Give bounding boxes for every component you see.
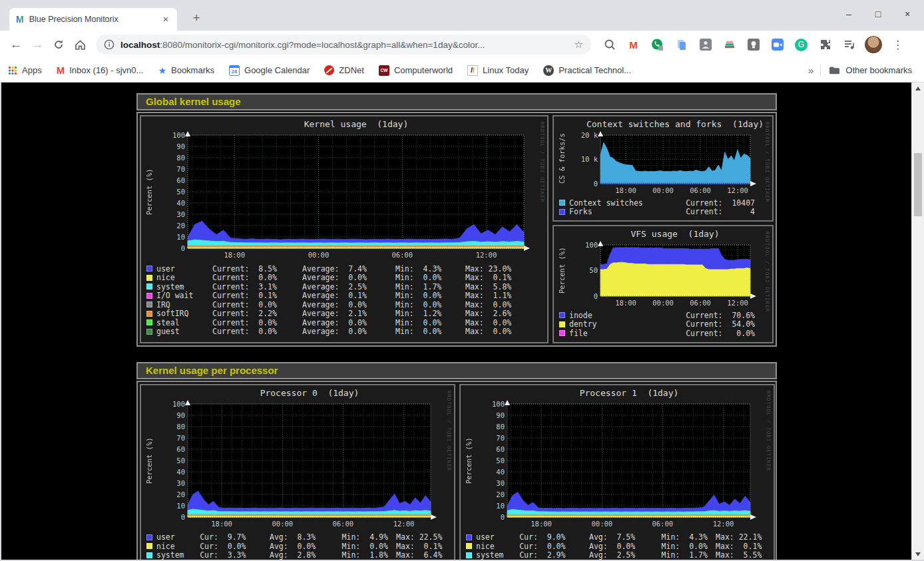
context-switches-graph[interactable]: Context switches and forks (1day) CS & f… [553,115,774,222]
svg-text:90: 90 [176,411,185,419]
kernel-usage-graph[interactable]: Kernel usage (1day) Percent (%) RRDTOOL … [140,115,549,343]
legend-stat: Min: 4.9% [342,532,396,542]
bookmark-zdnet[interactable]: ZDNet [324,65,364,75]
legend-stat: Current: 0.0% [212,327,302,336]
bookmark-apps[interactable]: Apps [8,65,42,75]
svg-text:10: 10 [176,233,185,241]
svg-text:70: 70 [176,165,185,173]
graph-title: VFS usage (1day) [554,229,772,240]
svg-text:60: 60 [176,445,185,453]
legend-row: ForksCurrent: 4 [559,208,755,217]
copy-pages-extension-icon[interactable] [672,36,690,54]
legend-stat: Average: 2.1% [302,309,395,318]
legend-stat: Current: 2.2% [212,309,302,318]
tab-close-icon[interactable]: × [160,13,172,25]
books-extension-icon[interactable] [720,36,738,54]
grammarly-extension-icon[interactable]: G [792,36,810,54]
svg-text:18:00: 18:00 [615,186,636,194]
video-camera-extension-icon[interactable] [768,36,786,54]
legend-label: nice [156,273,212,282]
home-button[interactable] [69,34,91,55]
svg-text:40: 40 [496,467,505,475]
svg-text:90: 90 [176,142,185,150]
legend-stat: Current: 0.0% [686,329,755,338]
tab-title: Blue Precision Monitorix [29,15,160,24]
legend-swatch-icon [559,312,565,318]
bookmark-star-icon[interactable]: ☆ [575,39,583,51]
maximize-button[interactable]: □ [868,5,888,23]
svg-text:10 k: 10 k [581,155,598,163]
browser-menu-icon[interactable]: ⋮ [888,38,907,52]
legend-stat: Min: 1.7% [395,282,465,291]
new-tab-button[interactable]: + [188,9,205,27]
voice-extension-icon[interactable] [648,36,666,54]
graph-legend: userCurrent: 8.5%Average: 7.4%Min: 4.3%M… [141,264,547,336]
legend-stat: Current: 0.0% [212,300,302,309]
bookmarks-overflow-chevron[interactable]: » [808,65,813,76]
processor-1-graph[interactable]: Processor 1 (1day) Percent (%) RRDTOOL /… [459,384,775,561]
legend-label: system [156,550,200,560]
svg-text:12:00: 12:00 [476,251,497,259]
back-button[interactable]: ← [5,34,27,55]
bookmark-inbox[interactable]: M Inbox (16) - sjvn0... [57,65,144,76]
legend-stat: Avg: 2.8% [270,550,342,560]
rrdtool-watermark: RRDTOOL / TOBI OETIKER [766,391,772,471]
url-text[interactable]: localhost:8080/monitorix-cgi/monitorix.c… [120,40,569,50]
other-bookmarks-button[interactable]: Other bookmarks [829,65,912,75]
legend-swatch-icon [466,543,472,549]
minimize-button[interactable]: – [839,5,859,23]
scrollbar-down-arrow[interactable] [912,548,924,560]
svg-text:0: 0 [501,512,505,520]
bookmark-practical-technology[interactable]: W Practical Technol... [543,65,631,76]
svg-text:12:00: 12:00 [393,520,415,528]
scrollbar-thumb[interactable] [914,153,922,216]
svg-text:20: 20 [496,490,505,498]
browser-tab[interactable]: M Blue Precision Monitorix × [9,8,177,31]
processor-0-graph[interactable]: Processor 0 (1day) Percent (%) RRDTOOL /… [140,384,455,561]
extensions-puzzle-icon[interactable] [816,36,834,54]
svg-text:50: 50 [496,456,505,464]
svg-text:60: 60 [176,176,185,184]
playlist-extension-icon[interactable] [840,36,858,54]
bookmark-bookmarks[interactable]: ★ Bookmarks [158,65,214,76]
legend-stat: Cur: 9.0% [519,532,589,542]
legend-row: niceCurrent: 0.0%Average: 0.0%Min: 0.0%M… [146,274,547,283]
svg-text:50: 50 [176,456,185,464]
plot-area: 010203040506070809010018:0000:0006:0012:… [478,399,774,530]
bookmarks-bar: Apps M Inbox (16) - sjvn0... ★ Bookmarks… [0,59,924,83]
scrollbar-up-arrow[interactable] [912,83,924,94]
svg-text:18:00: 18:00 [211,520,232,528]
svg-text:00:00: 00:00 [652,299,674,307]
lamp-extension-icon[interactable] [744,36,762,54]
svg-text:12:00: 12:00 [727,186,748,194]
vfs-usage-graph[interactable]: VFS usage (1day) Percent (%) RRDTOOL / T… [553,225,774,343]
gmail-extension-icon[interactable]: M [624,36,642,54]
svg-text:40: 40 [176,467,185,475]
bookmark-computerworld[interactable]: CW Computerworld [379,65,453,76]
reload-button[interactable] [48,34,69,55]
forward-button[interactable]: → [27,34,48,55]
address-bar[interactable]: localhost:8080/monitorix-cgi/monitorix.c… [96,35,591,55]
section-global-kernel-usage: Global kernel usage Kernel usage (1day) … [136,93,777,347]
svg-text:00:00: 00:00 [592,520,613,528]
page-scrollbar[interactable] [911,83,924,560]
close-button[interactable]: × [897,5,917,23]
legend-stat: Min: 0.0% [395,327,465,336]
calendar-icon: 28 [229,65,240,76]
browser-toolbar: ← → localhost:8080/monitorix-cgi/monitor… [0,31,924,59]
svg-text:80: 80 [176,422,185,430]
legend-row: fileCurrent: 0.0% [559,329,755,338]
profile-avatar[interactable] [864,36,882,54]
legend-swatch-icon [559,321,565,327]
info-icon[interactable] [104,39,115,50]
section-kernel-usage-per-processor: Kernel usage per processor Processor 0 (… [136,362,777,561]
computerworld-icon: CW [379,65,389,76]
search-extension-icon[interactable] [600,36,618,54]
legend-label: guest [156,327,212,336]
legend-stat: Min: 1.2% [395,309,465,318]
bookmark-google-calendar[interactable]: 28 Google Calendar [229,65,310,76]
legend-row: niceCur: 0.0%Avg: 0.0%Min: 0.0%Max: 0.1% [146,542,454,551]
bookmark-linux-today[interactable]: lt Linux Today [467,65,529,76]
legend-swatch-icon [146,552,152,558]
person-extension-icon[interactable] [696,36,714,54]
